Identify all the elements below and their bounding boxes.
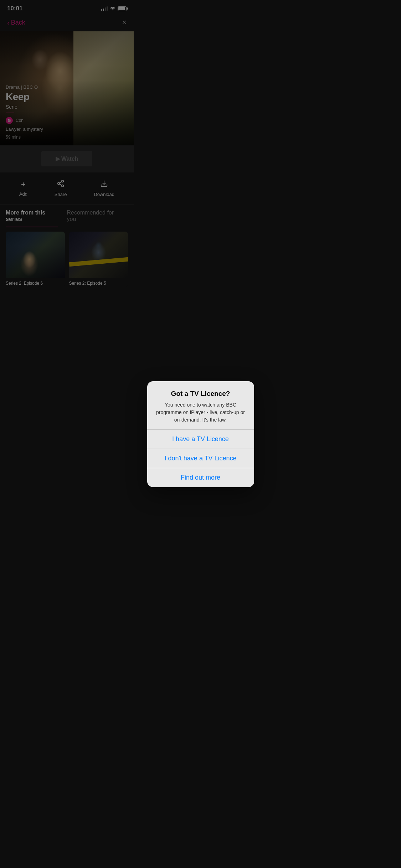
modal-overlay: Got a TV Licence? You need one to watch … bbox=[0, 0, 134, 289]
